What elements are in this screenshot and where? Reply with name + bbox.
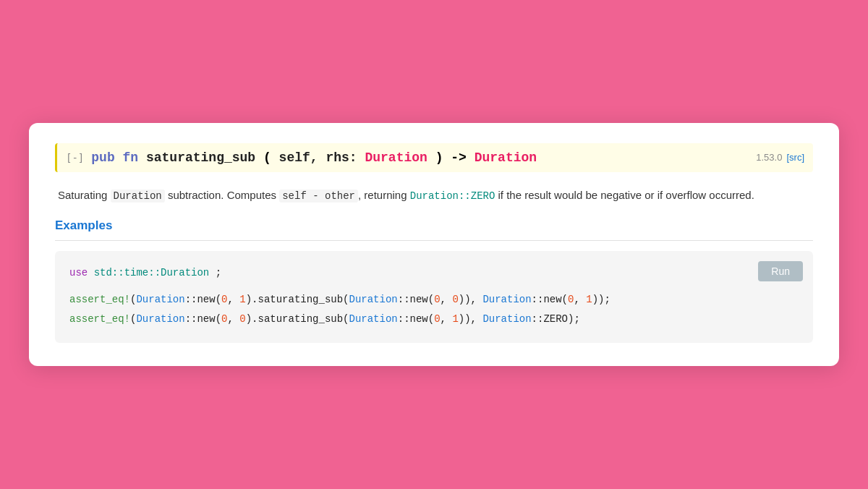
- fn-version: 1.53.0: [756, 152, 782, 163]
- run-button[interactable]: Run: [758, 261, 803, 281]
- examples-heading: Examples: [55, 218, 813, 241]
- code-dur-1: Duration: [136, 294, 184, 305]
- fn-name: saturating_sub: [146, 150, 255, 165]
- fn-params: self, rhs:: [279, 150, 365, 165]
- code-line-2: assert_eq!(Duration::new(0, 1).saturatin…: [69, 291, 799, 309]
- code-num-1a: 1: [239, 294, 245, 305]
- doc-card: [-] pub fn saturating_sub ( self, rhs: D…: [29, 123, 839, 367]
- fn-paren-open: (: [263, 150, 271, 165]
- code-line-1: use std::time::Duration ;: [69, 264, 799, 282]
- desc-text4: if the result would be negative or if ov…: [495, 189, 754, 201]
- code-semi1: ;: [216, 267, 221, 278]
- fn-paren-close: ) ->: [435, 150, 475, 165]
- code-line-3: assert_eq!(Duration::new(0, 0).saturatin…: [69, 310, 799, 328]
- fn-signature-row: [-] pub fn saturating_sub ( self, rhs: D…: [55, 143, 813, 172]
- desc-text1: Saturating: [58, 189, 111, 201]
- fn-pub-keyword: pub: [91, 150, 114, 165]
- fn-fn-keyword: fn: [123, 150, 139, 165]
- desc-duration-type: Duration: [111, 190, 165, 203]
- fn-return-type: Duration: [475, 150, 537, 165]
- desc-text2: subtraction. Computes: [165, 189, 279, 201]
- desc-code1: self - other: [279, 190, 358, 203]
- desc-duration-zero-link[interactable]: Duration::ZERO: [410, 190, 495, 202]
- code-block: Run use std::time::Duration ; assert_eq!…: [55, 251, 813, 344]
- code-assert-eq-1: assert_eq!: [69, 294, 130, 305]
- fn-src-link[interactable]: [src]: [786, 152, 804, 163]
- code-use-path: std::time::Duration: [94, 267, 210, 278]
- fn-toggle[interactable]: [-]: [66, 152, 84, 163]
- fn-param-type: Duration: [365, 150, 427, 165]
- fn-signature: pub fn saturating_sub ( self, rhs: Durat…: [91, 150, 741, 165]
- code-use-kw: use: [69, 267, 88, 278]
- code-2col-1: ::new(: [185, 294, 221, 305]
- description: Saturating Duration subtraction. Compute…: [55, 187, 813, 204]
- code-assert-eq-2: assert_eq!: [69, 313, 130, 325]
- desc-text3: , returning: [358, 189, 410, 201]
- code-blank-1: [69, 284, 799, 291]
